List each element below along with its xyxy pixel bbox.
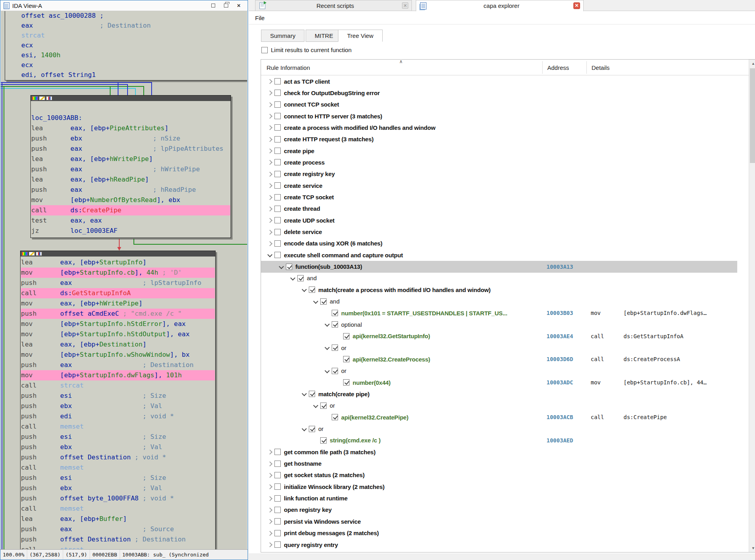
tab-tree-view[interactable]: Tree View [338, 30, 383, 42]
row-checkbox[interactable] [274, 78, 281, 84]
chevron-right-icon[interactable] [266, 495, 274, 502]
row-checkbox[interactable] [309, 287, 315, 293]
rule-row[interactable]: match(create a process with modified I/O… [261, 284, 737, 296]
chevron-down-icon[interactable] [300, 391, 309, 397]
feature-row[interactable]: number(0x44)10003ADCmov[ebp+StartupInfo.… [261, 376, 737, 388]
logic-row[interactable]: or [261, 365, 737, 377]
disasm-line[interactable]: test eax, eax [31, 215, 230, 226]
disasm-line[interactable]: push eax ; lpPipeAttributes [31, 144, 230, 154]
close-icon[interactable]: ✕ [402, 2, 408, 9]
disasm-line-highlighted[interactable]: mov [ebp+StartupInfo.dwFlags], 101h [21, 370, 215, 380]
disasm-line[interactable]: loc_10003ABB: [31, 113, 230, 123]
logic-row[interactable]: or [261, 400, 737, 412]
rule-row[interactable]: check for OutputDebugString error [261, 87, 737, 99]
rule-row[interactable]: create thread [261, 203, 737, 215]
rule-row[interactable]: connect TCP socket [261, 99, 737, 111]
disasm-line[interactable]: lea eax, [ebp+Buffer] [21, 514, 215, 524]
row-checkbox[interactable] [343, 333, 349, 339]
row-checkbox[interactable] [274, 171, 281, 177]
disasm-line[interactable]: eax ; Destination [6, 21, 247, 31]
chevron-right-icon[interactable] [266, 171, 274, 177]
feature-row[interactable]: api(kernel32.CreateProcess)10003D6Dcalld… [261, 353, 737, 365]
rule-row[interactable]: get hostname [261, 458, 737, 470]
disasm-line[interactable]: push esi ; Size [21, 391, 215, 401]
row-checkbox[interactable] [274, 541, 281, 548]
chevron-right-icon[interactable] [266, 194, 274, 200]
disasm-line[interactable]: lea eax, [ebp+hReadPipe] [31, 174, 230, 185]
disasm-line[interactable]: push offset Destination ; void * [21, 452, 215, 463]
disasm-line[interactable]: push eax ; hReadPipe [31, 185, 230, 195]
rule-row[interactable]: act as TCP client [261, 75, 737, 87]
rule-row[interactable]: initialize Winsock library (2 matches) [261, 481, 737, 493]
tab-capa-explorer[interactable]: capa explorer ✕ [416, 0, 584, 11]
row-checkbox[interactable] [274, 136, 281, 142]
rule-row[interactable]: get common file path (3 matches) [261, 446, 737, 458]
disasm-line[interactable]: ecx [6, 40, 247, 51]
logic-row[interactable]: or [261, 423, 737, 435]
rule-row[interactable]: link function at runtime [261, 493, 737, 504]
basic-block-2[interactable]: loc_10003ABB:lea eax, [ebp+PipeAttribute… [30, 95, 231, 238]
rule-row[interactable]: create process [261, 156, 737, 168]
chevron-right-icon[interactable] [266, 217, 274, 223]
rule-row[interactable]: encode data using XOR (6 matches) [261, 238, 737, 249]
row-checkbox[interactable] [274, 449, 281, 455]
row-checkbox[interactable] [286, 264, 292, 270]
chevron-down-icon[interactable] [277, 264, 286, 270]
chevron-right-icon[interactable] [266, 136, 274, 142]
chevron-right-icon[interactable] [266, 518, 274, 524]
rule-row[interactable]: execute shell command and capture output [261, 249, 737, 261]
chevron-down-icon[interactable] [312, 298, 320, 305]
disasm-line[interactable]: jz loc_10003EAF [31, 226, 230, 236]
disasm-line[interactable]: call strcat [21, 380, 215, 391]
column-rule-information[interactable]: Rule Information [267, 64, 310, 71]
edit-icon[interactable] [29, 252, 35, 256]
disasm-line[interactable]: push esi ; Size [21, 432, 215, 442]
close-icon[interactable]: ✕ [573, 2, 580, 9]
chevron-right-icon[interactable] [266, 90, 274, 96]
disasm-line[interactable]: push eax ; lpStartupInfo [21, 278, 215, 288]
row-checkbox[interactable] [274, 217, 281, 223]
row-checkbox[interactable] [274, 194, 281, 200]
disasm-line[interactable]: offset asc_10000288 ; [6, 11, 247, 21]
disasm-line[interactable]: push eax ; Source [21, 524, 215, 534]
row-checkbox[interactable] [320, 437, 327, 444]
chevron-down-icon[interactable] [300, 426, 309, 432]
row-checkbox[interactable] [274, 472, 281, 478]
row-checkbox[interactable] [332, 321, 338, 328]
disasm-line[interactable]: esi, 1400h [6, 50, 247, 60]
row-checkbox[interactable] [274, 252, 281, 258]
vertical-scrollbar[interactable]: ▲ ▼ [749, 60, 755, 552]
row-checkbox[interactable] [274, 483, 281, 490]
disasm-line[interactable]: push offset byte_1000FFA8 ; void * [21, 493, 215, 504]
chevron-right-icon[interactable] [266, 240, 274, 247]
tab-mitre[interactable]: MITRE [306, 30, 342, 42]
row-checkbox[interactable] [274, 90, 281, 96]
row-checkbox[interactable] [332, 368, 338, 374]
tab-recent-scripts[interactable]: Recent scripts ✕ [255, 0, 412, 11]
chevron-right-icon[interactable] [266, 124, 274, 131]
disasm-line[interactable]: call memset [21, 463, 215, 473]
feature-row[interactable]: string(cmd.exe /c )10003AED [261, 435, 737, 446]
row-checkbox[interactable] [332, 414, 338, 420]
disasm-line[interactable]: mov [ebp+StartupInfo.hStdOutput], eax [21, 329, 215, 339]
row-checkbox[interactable] [320, 298, 327, 305]
logic-row[interactable]: and [261, 272, 737, 284]
chevron-down-icon[interactable] [312, 403, 320, 409]
row-checkbox[interactable] [332, 310, 338, 316]
close-icon[interactable]: × [237, 4, 240, 7]
disasm-line-highlighted[interactable]: call ds:CreatePipe [31, 205, 230, 215]
row-checkbox[interactable] [274, 113, 281, 119]
chevron-right-icon[interactable] [266, 159, 274, 165]
rule-row[interactable] [261, 550, 737, 552]
disasm-line[interactable]: lea eax, [ebp+Destination] [21, 339, 215, 350]
row-checkbox[interactable] [343, 379, 349, 386]
chevron-right-icon[interactable] [266, 78, 274, 84]
row-checkbox[interactable] [343, 356, 349, 362]
rule-row[interactable]: create HTTP request (3 matches) [261, 133, 737, 145]
palette-icon[interactable] [32, 96, 38, 100]
chevron-right-icon[interactable] [266, 541, 274, 548]
disasm-line[interactable]: call memset [21, 504, 215, 514]
rule-row[interactable]: create a process with modified I/O handl… [261, 122, 737, 133]
row-checkbox[interactable] [274, 206, 281, 212]
column-details[interactable]: Details [592, 64, 610, 71]
